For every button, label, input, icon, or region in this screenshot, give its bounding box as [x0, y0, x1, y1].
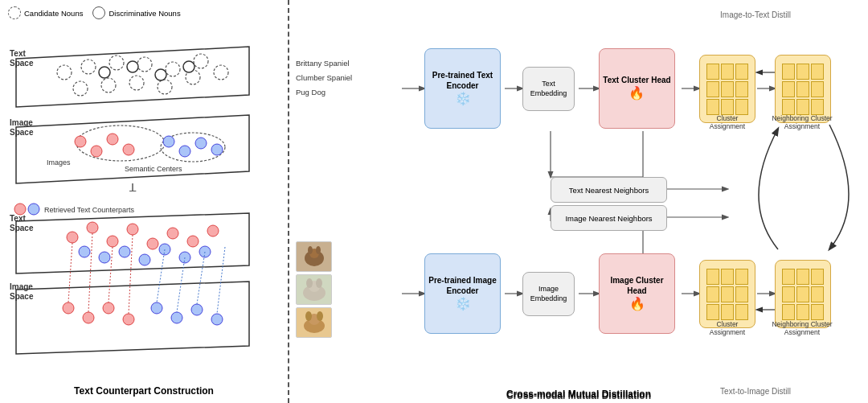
svg-point-14	[129, 76, 144, 90]
svg-point-49	[67, 232, 78, 243]
svg-point-28	[163, 136, 174, 147]
svg-point-58	[99, 252, 110, 263]
svg-text:Text-to-Image Distill: Text-to-Image Distill	[720, 387, 791, 396]
right-section-title: Cross-modal Mutual Distillation	[506, 389, 651, 400]
breed-3: Pug Dog	[296, 85, 352, 100]
svg-point-24	[75, 136, 86, 147]
svg-point-10	[166, 62, 180, 76]
svg-point-13	[101, 78, 116, 93]
image-cluster-head-box: Image Cluster Head 🔥	[599, 253, 675, 334]
svg-line-72	[68, 243, 72, 302]
svg-point-57	[79, 246, 90, 257]
svg-point-52	[127, 224, 138, 235]
image-nn-label: Image Nearest Neighbors	[565, 214, 652, 223]
svg-point-41	[28, 204, 39, 215]
svg-point-56	[207, 225, 219, 236]
svg-point-15	[158, 80, 172, 94]
snowflake-icon-image: ❄️	[425, 296, 500, 313]
neighboring-assign-bottom	[775, 260, 831, 328]
svg-point-7	[81, 60, 96, 74]
discriminative-icon	[92, 6, 105, 19]
left-panel: Candidate Nouns Discriminative Nouns Tex…	[0, 0, 289, 403]
svg-point-64	[63, 302, 74, 314]
svg-point-17	[214, 65, 228, 80]
svg-point-51	[107, 236, 118, 247]
svg-point-53	[147, 238, 158, 249]
cluster-assign-top	[699, 55, 755, 123]
neighboring-assign-top	[775, 55, 831, 123]
thumb-3	[296, 307, 332, 338]
svg-point-113	[306, 278, 313, 288]
breed-1: Brittany Spaniel	[296, 56, 352, 71]
left-section-title: Text Counterpart Construction	[74, 385, 214, 397]
svg-point-66	[103, 302, 114, 314]
flame-icon-image: 🔥	[600, 296, 674, 313]
candidate-icon	[8, 6, 21, 19]
svg-point-19	[127, 61, 138, 72]
svg-marker-43	[16, 213, 249, 273]
svg-line-73	[88, 233, 92, 312]
svg-line-76	[157, 249, 165, 302]
image-cluster-head-label: Image Cluster Head	[600, 275, 674, 296]
neighboring-assign-top-label: Neighboring Cluster Assignment	[772, 114, 833, 130]
cluster-assign-bottom-label: Cluster Assignment	[701, 320, 754, 336]
svg-point-60	[139, 254, 150, 265]
svg-line-77	[177, 257, 185, 312]
svg-point-25	[91, 146, 102, 157]
svg-point-30	[195, 138, 207, 149]
svg-text:Space: Space	[10, 224, 34, 232]
text-nn-label: Text Nearest Neighbors	[569, 186, 649, 195]
text-cluster-head-label: Text Cluster Head	[603, 75, 670, 85]
svg-point-65	[83, 312, 94, 323]
legend: Candidate Nouns Discriminative Nouns	[8, 6, 181, 19]
svg-text:Semantic Centers: Semantic Centers	[125, 165, 182, 173]
svg-point-70	[191, 304, 203, 315]
svg-point-109	[316, 246, 321, 254]
svg-text:Space: Space	[10, 128, 34, 137]
cluster-assign-bottom	[699, 260, 755, 328]
svg-point-27	[123, 144, 134, 155]
svg-point-59	[119, 246, 130, 257]
right-panel: Image-to-Text Distill Text-to-Image Dist…	[289, 0, 868, 403]
svg-text:Space: Space	[10, 292, 34, 301]
svg-point-119	[317, 311, 323, 321]
legend-candidate: Candidate Nouns	[8, 6, 83, 19]
breed-2: Clumber Spaniel	[296, 71, 352, 85]
neighboring-assign-bottom-label: Neighboring Cluster Assignment	[772, 320, 833, 336]
text-cluster-head-box: Text Cluster Head 🔥	[599, 48, 675, 129]
svg-point-40	[14, 204, 26, 215]
svg-point-29	[179, 146, 190, 157]
svg-line-78	[197, 252, 205, 304]
svg-point-9	[137, 57, 152, 72]
image-embedding-box: Image Embedding	[522, 272, 575, 316]
svg-point-20	[155, 69, 166, 80]
svg-point-67	[123, 314, 134, 325]
svg-text:Text: Text	[10, 214, 26, 223]
svg-point-22	[76, 125, 165, 161]
image-embedding-label: Image Embedding	[523, 285, 574, 303]
thumb-1	[296, 241, 332, 272]
svg-text:Text: Text	[10, 49, 26, 58]
text-nn-box: Text Nearest Neighbors	[551, 177, 667, 203]
svg-point-50	[87, 222, 98, 233]
svg-point-54	[167, 228, 178, 239]
svg-point-55	[187, 236, 199, 247]
candidate-label: Candidate Nouns	[24, 9, 83, 18]
svg-text:Image-to-Text Distill: Image-to-Text Distill	[720, 10, 791, 19]
svg-point-8	[109, 56, 124, 70]
svg-point-26	[107, 134, 118, 145]
top-diagram-svg: Text Space Image Space	[0, 23, 281, 191]
svg-text:Images: Images	[47, 158, 71, 167]
svg-text:Space: Space	[10, 59, 34, 68]
svg-point-68	[151, 302, 162, 314]
svg-point-118	[305, 311, 312, 321]
main-container: Candidate Nouns Discriminative Nouns Tex…	[0, 0, 868, 403]
svg-point-114	[316, 278, 322, 288]
svg-point-71	[211, 314, 223, 325]
svg-text:Retrieved Text Counterparts: Retrieved Text Counterparts	[44, 206, 134, 214]
image-encoder-box: Pre-trained Image Encoder ❄️	[424, 253, 501, 334]
text-encoder-label: Pre-trained Text Encoder	[425, 70, 500, 91]
svg-text:Image: Image	[10, 282, 33, 291]
flame-icon-text: 🔥	[603, 85, 670, 102]
svg-line-75	[129, 235, 133, 314]
